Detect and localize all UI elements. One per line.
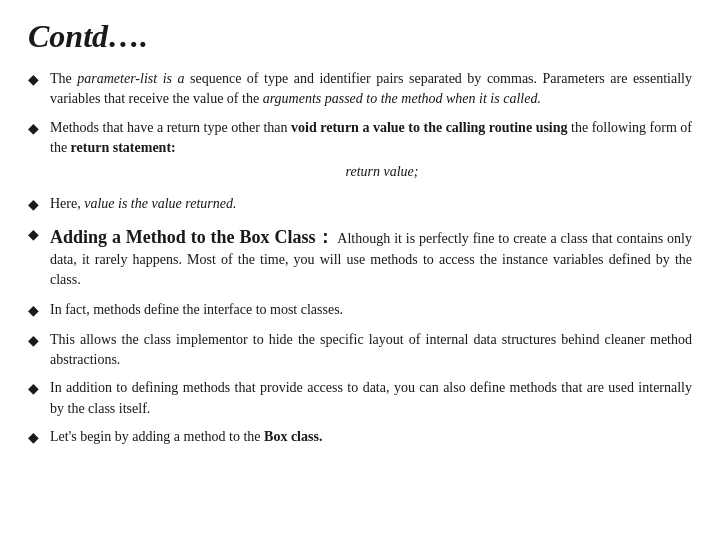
bullet-marker-3: ◆ — [28, 194, 50, 215]
bullet-marker-2: ◆ — [28, 118, 50, 139]
adding-bullet-1: ◆ In fact, methods define the interface … — [28, 300, 692, 321]
bullet-item-1: ◆ The parameter-list is a sequence of ty… — [28, 69, 692, 110]
adding-section: ◆ Adding a Method to the Box Class： Alth… — [28, 224, 692, 291]
adding-header-content: Adding a Method to the Box Class： Althou… — [50, 224, 692, 291]
return-statement: return value; — [72, 162, 692, 182]
adding-marker-4: ◆ — [28, 427, 50, 448]
adding-content-2: This allows the class implementor to hid… — [50, 330, 692, 371]
adding-marker-2: ◆ — [28, 330, 50, 351]
adding-marker-3: ◆ — [28, 378, 50, 399]
main-content: ◆ The parameter-list is a sequence of ty… — [28, 69, 692, 448]
bullet-content-3: Here, value is the value returned. — [50, 194, 692, 214]
adding-title: Adding a Method to the Box Class： — [50, 227, 334, 247]
adding-bullet-marker: ◆ — [28, 224, 50, 245]
adding-bullet-2: ◆ This allows the class implementor to h… — [28, 330, 692, 371]
adding-content-1: In fact, methods define the interface to… — [50, 300, 692, 320]
adding-content-3: In addition to defining methods that pro… — [50, 378, 692, 419]
adding-bullet-4: ◆ Let's begin by adding a method to the … — [28, 427, 692, 448]
adding-content-4: Let's begin by adding a method to the Bo… — [50, 427, 692, 447]
adding-marker-1: ◆ — [28, 300, 50, 321]
adding-header-row: ◆ Adding a Method to the Box Class： Alth… — [28, 224, 692, 291]
bullet-content-2: Methods that have a return type other th… — [50, 118, 692, 187]
bullet-content-1: The parameter-list is a sequence of type… — [50, 69, 692, 110]
adding-bullet-3: ◆ In addition to defining methods that p… — [28, 378, 692, 419]
bullet-item-3: ◆ Here, value is the value returned. — [28, 194, 692, 215]
bullet-marker-1: ◆ — [28, 69, 50, 90]
page-title: Contd…. — [28, 18, 692, 55]
bullet-item-2: ◆ Methods that have a return type other … — [28, 118, 692, 187]
